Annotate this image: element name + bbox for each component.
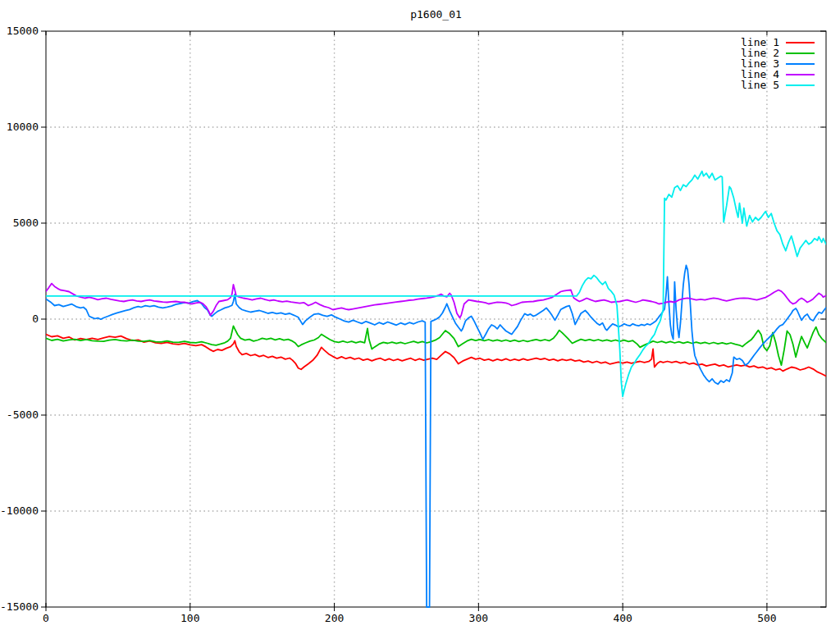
- legend-label-5: line 5: [741, 79, 779, 91]
- y-tick-label: -15000: [0, 600, 39, 613]
- y-tick-label: 5000: [13, 217, 39, 229]
- x-tick-label: 300: [469, 612, 488, 624]
- series-line-3: [46, 266, 826, 608]
- x-tick-label: 400: [613, 612, 632, 624]
- series-line-5: [46, 171, 826, 397]
- y-tick-label: -5000: [7, 409, 39, 421]
- y-tick-label: 0: [32, 313, 39, 325]
- y-tick-label: 10000: [7, 121, 39, 133]
- x-tick-label: 500: [757, 612, 776, 624]
- x-tick-label: 0: [43, 612, 49, 624]
- x-tick-label: 200: [325, 612, 344, 624]
- y-tick-label: -10000: [0, 504, 39, 517]
- series-line-4: [46, 284, 826, 318]
- chart-window: p1600_01 0100200300400500-15000-10000-50…: [0, 0, 840, 630]
- y-tick-label: 15000: [7, 25, 39, 37]
- x-tick-label: 100: [180, 612, 199, 624]
- line-chart-canvas: 0100200300400500-15000-10000-50000500010…: [0, 0, 840, 630]
